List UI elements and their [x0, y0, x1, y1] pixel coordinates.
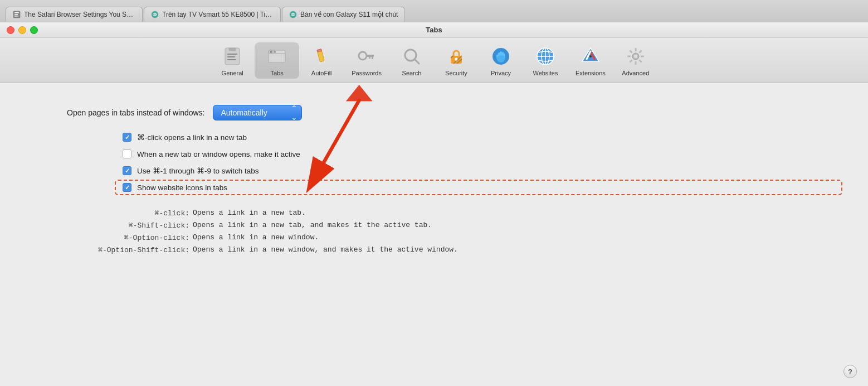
open-pages-select-wrapper[interactable]: Never Automatically Always ⌃⌄ [213, 105, 302, 120]
privacy-icon [489, 45, 513, 68]
toolbar: General Tabs [0, 38, 868, 83]
toolbar-privacy-label: Privacy [491, 70, 511, 76]
search-icon [400, 45, 423, 68]
security-icon [445, 45, 468, 68]
browser-tab-3[interactable]: Bàn về con Galaxy S11 một chút [282, 7, 405, 22]
checkbox-new-tab-active-input[interactable] [123, 149, 131, 158]
toolbar-autofill[interactable]: AutoFill [299, 42, 344, 79]
svg-rect-46 [496, 55, 498, 57]
maximize-button[interactable] [30, 26, 38, 34]
checkbox-show-icons-input[interactable] [123, 183, 131, 192]
tabs-icon [265, 45, 289, 68]
toolbar-autofill-label: AutoFill [311, 70, 332, 76]
toolbar-passwords[interactable]: Passwords [344, 42, 389, 79]
checkbox-cmd-numbers: Use ⌘-1 through ⌘-9 to switch tabs [123, 166, 835, 175]
desc-key-3: ⌘-Option-click: [78, 233, 189, 242]
checkbox-new-tab-active: When a new tab or window opens, make it … [123, 149, 835, 158]
tab-favicon-2 [151, 11, 159, 18]
svg-point-28 [360, 54, 363, 56]
tab-title-2: Trên tay TV Vsmart 55 KE8500 | Tinhte.vn [162, 11, 274, 18]
toolbar-security-label: Security [445, 70, 467, 76]
svg-rect-25 [366, 55, 374, 57]
tab-favicon-3 [289, 11, 297, 18]
svg-rect-1 [14, 12, 19, 13]
checkbox-new-tab-active-label: When a new tab or window opens, make it … [137, 150, 300, 158]
toolbar-general-label: General [222, 70, 243, 76]
toolbar-advanced[interactable]: Advanced [613, 42, 658, 79]
toolbar-extensions[interactable]: Extensions [568, 42, 613, 79]
toolbar-extensions-label: Extensions [576, 70, 606, 76]
svg-point-56 [589, 55, 592, 57]
desc-key-2: ⌘-Shift-click: [78, 221, 189, 230]
open-pages-label: Open pages in tabs instead of windows: [67, 108, 205, 117]
toolbar-tabs[interactable]: Tabs [255, 42, 299, 79]
svg-rect-2 [14, 14, 18, 15]
open-pages-row: Open pages in tabs instead of windows: N… [67, 105, 835, 120]
autofill-icon [310, 45, 333, 68]
tab-title-1: The Safari Browser Settings You Should T… [24, 11, 135, 18]
svg-rect-59 [635, 48, 636, 51]
svg-rect-11 [227, 56, 235, 57]
close-button[interactable] [7, 26, 14, 34]
toolbar-search[interactable]: Search [389, 42, 434, 79]
svg-rect-45 [504, 54, 505, 56]
desc-key-4: ⌘-Option-Shift-click: [78, 245, 189, 254]
desc-value-3: Opens a link in a new window. [193, 233, 319, 242]
desc-row-3: ⌘-Option-click: Opens a link in a new wi… [78, 233, 835, 242]
description-section: ⌘-click: Opens a link in a new tab. ⌘-Sh… [78, 209, 835, 254]
svg-rect-43 [500, 51, 501, 56]
svg-rect-26 [372, 57, 373, 59]
toolbar-tabs-label: Tabs [271, 70, 284, 76]
passwords-icon [355, 45, 378, 68]
websites-icon [534, 45, 557, 68]
browser-tabs-bar: The Safari Browser Settings You Should T… [0, 0, 868, 22]
checkbox-cmd-numbers-input[interactable] [123, 166, 131, 175]
svg-rect-42 [498, 52, 500, 56]
tab-title-3: Bàn về con Galaxy S11 một chút [300, 11, 398, 18]
svg-rect-3 [14, 16, 18, 17]
desc-row-1: ⌘-click: Opens a link in a new tab. [78, 209, 835, 218]
window-title: Tabs [426, 26, 442, 34]
general-icon [221, 45, 244, 68]
svg-rect-60 [638, 50, 642, 53]
svg-rect-63 [635, 61, 636, 65]
svg-rect-66 [629, 50, 632, 53]
svg-rect-61 [641, 56, 644, 57]
checkbox-show-icons: Show website icons in tabs [123, 183, 835, 192]
toolbar-websites[interactable]: Websites [523, 42, 568, 79]
desc-value-4: Opens a link in a new window, and makes … [193, 245, 458, 254]
svg-marker-52 [582, 48, 599, 61]
svg-marker-21 [319, 62, 321, 65]
browser-tab-2[interactable]: Trên tay TV Vsmart 55 KE8500 | Tinhte.vn [144, 7, 281, 22]
toolbar-general[interactable]: General [210, 42, 255, 79]
svg-point-7 [292, 13, 294, 16]
minimize-button[interactable] [18, 26, 26, 34]
open-pages-select[interactable]: Never Automatically Always [213, 105, 302, 120]
svg-rect-65 [627, 56, 631, 57]
tab-favicon-1 [13, 11, 21, 18]
toolbar-security[interactable]: Security [434, 42, 479, 79]
svg-rect-9 [229, 48, 236, 51]
help-button[interactable]: ? [843, 365, 857, 378]
title-bar: Tabs [0, 22, 868, 38]
toolbar-privacy[interactable]: Privacy [479, 42, 523, 79]
svg-rect-12 [227, 59, 236, 60]
content-area: Open pages in tabs instead of windows: N… [0, 83, 868, 386]
toolbar-passwords-label: Passwords [352, 70, 382, 76]
svg-point-5 [154, 13, 156, 16]
svg-rect-64 [629, 59, 632, 62]
svg-rect-27 [369, 57, 370, 59]
toolbar-websites-label: Websites [533, 70, 558, 76]
svg-rect-62 [638, 59, 642, 62]
checkbox-cmd-click-label: ⌘-click opens a link in a new tab [137, 133, 247, 142]
svg-rect-44 [502, 52, 504, 56]
svg-point-24 [359, 52, 367, 60]
toolbar-search-label: Search [402, 70, 422, 76]
checkbox-cmd-click-input[interactable] [123, 133, 131, 142]
extensions-icon [579, 45, 602, 68]
browser-tab-1[interactable]: The Safari Browser Settings You Should T… [6, 7, 143, 22]
checkbox-cmd-click: ⌘-click opens a link in a new tab [123, 133, 835, 142]
desc-key-1: ⌘-click: [78, 209, 189, 218]
svg-marker-68 [346, 85, 373, 101]
toolbar-advanced-label: Advanced [622, 70, 649, 76]
